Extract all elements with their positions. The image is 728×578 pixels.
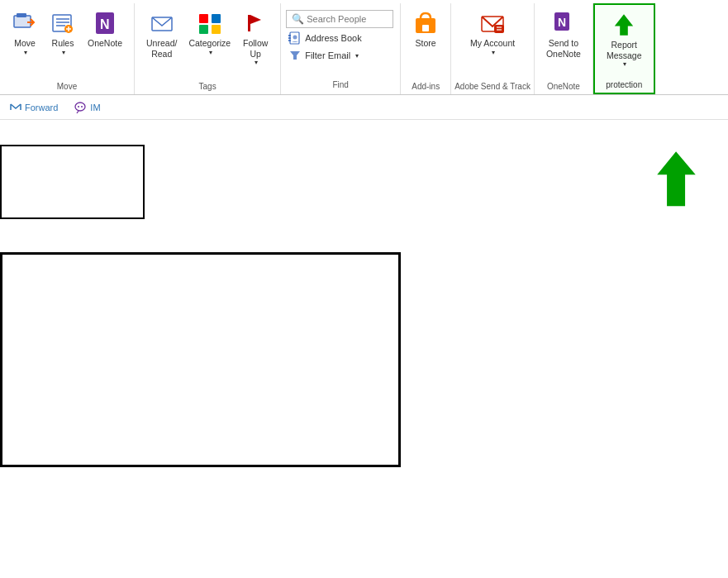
ribbon-group-find: 🔍 Address Book	[281, 3, 401, 94]
forward-label: Forward	[25, 103, 58, 112]
move-label: Move	[14, 38, 36, 49]
myaccount-button[interactable]: My Account ▾	[465, 7, 520, 60]
onenote-group-label: OneNote	[547, 82, 580, 93]
rules-chevron: ▾	[62, 49, 65, 56]
protection-group-label: protection	[606, 80, 642, 91]
search-mag-icon: 🔍	[292, 13, 304, 25]
forward-button[interactable]: Forward	[7, 99, 61, 116]
myaccount-chevron: ▾	[492, 49, 495, 56]
im-icon	[74, 101, 88, 114]
store-icon	[412, 10, 439, 36]
followup-icon	[242, 10, 269, 36]
respond-bar: Forward IM	[0, 95, 728, 120]
unread-label: Unread/Read	[146, 38, 177, 59]
svg-rect-17	[248, 15, 250, 31]
store-label: Store	[416, 38, 436, 49]
filter-email-button[interactable]: Filter Email ▾	[286, 48, 395, 63]
large-preview-box	[0, 252, 401, 467]
move-button[interactable]: Move ▾	[7, 7, 43, 60]
send-onenote-label: Send toOneNote	[546, 38, 581, 59]
rules-label: Rules	[52, 38, 74, 49]
im-label: IM	[90, 103, 100, 112]
report-message-icon	[611, 12, 637, 38]
move-chevron: ▾	[24, 49, 27, 56]
ribbon-group-adobe: My Account ▾ Adobe Send & Track	[451, 3, 535, 94]
onenote-icon: N	[92, 10, 118, 36]
report-message-label: ReportMessage	[607, 40, 642, 60]
adobe-group-label: Adobe Send & Track	[454, 82, 531, 93]
addins-group-label: Add-ins	[412, 82, 440, 93]
svg-rect-21	[288, 37, 291, 39]
svg-marker-18	[250, 15, 261, 24]
svg-point-38	[78, 106, 79, 107]
svg-point-39	[81, 106, 83, 107]
onenote-group-items: N Send toOneNote	[538, 5, 589, 82]
myaccount-icon	[479, 10, 506, 36]
green-arrow-container	[649, 145, 703, 215]
filter-email-label: Filter Email	[305, 50, 350, 60]
svg-rect-13	[199, 14, 208, 23]
addins-group-items: Store	[404, 5, 447, 82]
svg-marker-33	[615, 14, 633, 36]
categorize-icon	[197, 10, 223, 36]
find-group-label: Find	[286, 80, 395, 91]
followup-chevron: ▾	[255, 59, 258, 66]
address-book-icon	[288, 31, 302, 45]
svg-rect-22	[288, 40, 291, 41]
tags-group-items: Unread/Read Categorize ▾	[138, 5, 277, 82]
svg-rect-20	[288, 35, 291, 36]
svg-marker-40	[657, 151, 696, 206]
ribbon-group-move: Move ▾ Rules ▾	[0, 3, 135, 94]
address-book-label: Address Book	[305, 33, 361, 43]
ribbon-toolbar: Move ▾ Rules ▾	[0, 0, 728, 95]
followup-button[interactable]: FollowUp ▾	[237, 7, 274, 69]
svg-rect-28	[494, 25, 504, 33]
svg-text:N: N	[100, 17, 110, 31]
svg-rect-16	[212, 25, 221, 34]
filter-email-icon	[288, 49, 302, 62]
protection-group-items: ReportMessage ▾	[598, 7, 650, 80]
adobe-group-items: My Account ▾	[462, 5, 523, 82]
report-message-button[interactable]: ReportMessage ▾	[602, 8, 647, 71]
categorize-chevron: ▾	[209, 49, 212, 56]
search-box[interactable]: 🔍	[286, 10, 393, 28]
green-up-arrow	[654, 149, 699, 211]
ribbon-group-addins: Store Add-ins	[401, 3, 451, 94]
ribbon-group-onenote: N Send toOneNote OneNote	[535, 3, 593, 94]
tags-group-label: Tags	[199, 82, 216, 93]
send-onenote-button[interactable]: N Send toOneNote	[541, 7, 586, 62]
ribbon-group-protection: ReportMessage ▾ protection	[593, 3, 655, 94]
svg-marker-24	[290, 51, 300, 60]
filter-email-chevron: ▾	[355, 52, 359, 60]
svg-line-37	[77, 111, 79, 113]
unread-read-button[interactable]: Unread/Read	[141, 7, 182, 62]
im-button[interactable]: IM	[71, 99, 103, 116]
search-people-input[interactable]	[307, 14, 388, 24]
unread-icon	[149, 10, 175, 36]
categorize-label: Categorize	[188, 38, 231, 49]
svg-rect-26	[422, 25, 429, 31]
onenote-label: OneNote	[88, 38, 122, 49]
onenote-button[interactable]: N OneNote	[83, 7, 127, 52]
address-book-button[interactable]: Address Book	[286, 31, 395, 45]
categorize-button[interactable]: Categorize ▾	[183, 7, 236, 60]
svg-rect-14	[212, 14, 221, 23]
ribbon-group-tags: Unread/Read Categorize ▾	[135, 3, 281, 94]
move-group-items: Move ▾ Rules ▾	[3, 5, 131, 82]
store-button[interactable]: Store	[407, 7, 444, 52]
forward-icon	[10, 101, 21, 114]
svg-point-36	[75, 103, 85, 111]
rules-icon	[50, 10, 76, 36]
svg-text:N: N	[558, 16, 566, 29]
move-icon	[12, 10, 38, 36]
move-group-label: Move	[57, 82, 77, 93]
main-content	[0, 145, 728, 578]
small-preview-box	[0, 145, 145, 219]
rules-button[interactable]: Rules ▾	[45, 7, 81, 60]
svg-rect-15	[199, 25, 208, 34]
svg-point-23	[293, 36, 297, 40]
send-onenote-icon: N	[550, 10, 577, 36]
report-message-chevron: ▾	[623, 60, 626, 68]
followup-label: FollowUp	[243, 38, 268, 59]
myaccount-label: My Account	[470, 38, 515, 49]
